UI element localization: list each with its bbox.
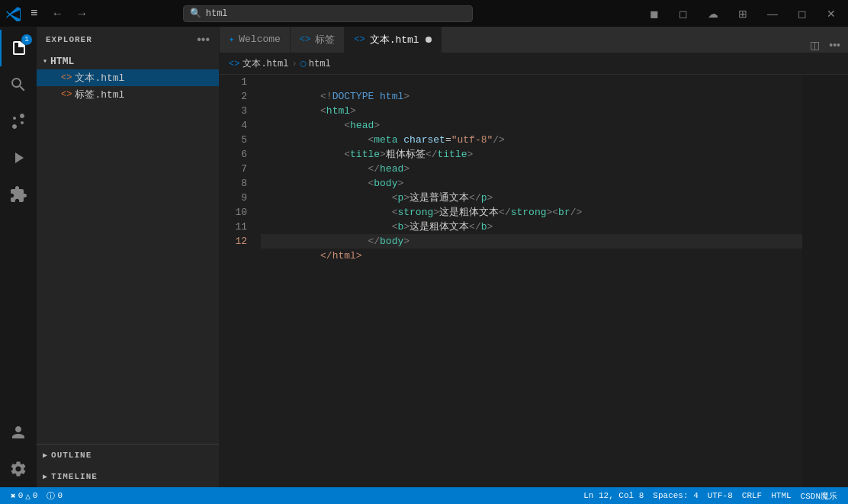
extra-text: CSDN魔乐	[801, 490, 837, 502]
activity-run[interactable]	[0, 140, 37, 176]
activity-extensions[interactable]	[0, 176, 37, 213]
timeline-arrow-icon: ▶	[43, 472, 48, 481]
main-layout: 1	[0, 27, 848, 487]
minimize-button[interactable]: —	[761, 6, 784, 21]
line-num-1: 1	[220, 75, 247, 89]
breadcrumb-file[interactable]: 文本.html	[243, 57, 288, 70]
layout1-button[interactable]: ◼	[644, 6, 665, 21]
timeline-panel-header[interactable]: ▶ TIMELINE	[37, 466, 219, 487]
status-extra[interactable]: CSDN魔乐	[796, 490, 842, 502]
tab-actions: ◫ •••	[802, 37, 848, 53]
info-icon: ⓘ	[47, 490, 55, 502]
line-num-12: 12	[220, 234, 247, 249]
breadcrumb-section[interactable]: html	[309, 59, 331, 69]
line-num-9: 9	[220, 191, 247, 205]
status-encoding[interactable]: UTF-8	[703, 491, 737, 500]
error-count: 0	[18, 491, 24, 500]
status-language[interactable]: HTML	[766, 491, 795, 500]
line-num-6: 6	[220, 147, 247, 162]
encoding-text: UTF-8	[708, 491, 733, 500]
status-info[interactable]: ⓘ 0	[42, 487, 67, 504]
maximize-button[interactable]: ◻	[792, 6, 813, 21]
breadcrumb: <> 文本.html › ◯ html	[220, 53, 848, 75]
code-content[interactable]: <!DOCTYPE html> <html> <head> <meta char…	[255, 75, 802, 487]
file-item-wenben[interactable]: <> 文本.html	[37, 69, 219, 86]
layout3-button[interactable]: ☁	[702, 6, 724, 21]
tab-bar: ✦ Welcome <> 标签 <> 文本.html ◫ •••	[220, 27, 848, 53]
breadcrumb-file-icon: <>	[229, 59, 239, 69]
line-ending-text: CRLF	[742, 491, 762, 500]
account-icon	[9, 423, 27, 441]
outline-arrow-icon: ▶	[43, 451, 48, 460]
close-button[interactable]: ✕	[821, 6, 842, 21]
split-editor-button[interactable]: ◫	[807, 37, 823, 53]
more-tabs-button[interactable]: •••	[826, 37, 843, 53]
explorer-badge: 1	[21, 34, 32, 45]
tab-wenben-label: 文本.html	[370, 33, 419, 47]
nav-back-button[interactable]: ←	[47, 5, 69, 22]
sidebar-bottom: ▶ OUTLINE ▶ TIMELINE	[37, 444, 219, 487]
sidebar-more-button[interactable]: •••	[197, 33, 210, 47]
code-editor[interactable]: 1 2 3 4 5 6 7 8 9 10 11 12 <!DOCTYPE htm…	[220, 75, 848, 487]
status-position[interactable]: Ln 12, Col 8	[579, 491, 648, 500]
run-debug-icon	[9, 149, 27, 167]
line-num-10: 10	[220, 205, 247, 220]
search-text: html	[206, 8, 228, 19]
title-bar-left: ≡ ← →	[6, 5, 93, 22]
file-item-biaojian[interactable]: <> 标签.html	[37, 86, 219, 103]
folder-section: ▾ HTML <> 文本.html <> 标签.html	[37, 53, 219, 444]
tab-biaojian-icon: <>	[300, 34, 310, 45]
line-num-8: 8	[220, 176, 247, 191]
breadcrumb-section-icon: ◯	[300, 58, 306, 69]
title-bar: ≡ ← → 🔍 html ◼ ◻ ☁ ⊞ — ◻ ✕	[0, 0, 848, 27]
file-icon-wenben: <>	[61, 72, 72, 83]
status-errors[interactable]: ✖ 0 △ 0	[6, 487, 42, 504]
file-name-wenben: 文本.html	[75, 71, 124, 85]
activity-source-control[interactable]	[0, 103, 37, 140]
tab-welcome[interactable]: ✦ Welcome	[220, 27, 291, 53]
file-name-biaojian: 标签.html	[75, 88, 124, 101]
tab-welcome-icon: ✦	[229, 34, 234, 45]
menu-icon[interactable]: ≡	[31, 7, 38, 21]
info-count: 0	[57, 491, 63, 500]
line-num-3: 3	[220, 104, 247, 118]
search-icon: 🔍	[190, 8, 201, 19]
status-line-ending[interactable]: CRLF	[737, 491, 766, 500]
tab-dirty-indicator	[426, 37, 432, 43]
language-text: HTML	[771, 491, 791, 500]
source-control-icon	[9, 112, 27, 130]
status-bar: ✖ 0 △ 0 ⓘ 0 Ln 12, Col 8 Spaces: 4 UTF-8…	[0, 487, 848, 504]
editor-area: ✦ Welcome <> 标签 <> 文本.html ◫ ••• <> 文本.h…	[220, 27, 848, 487]
position-text: Ln 12, Col 8	[583, 491, 644, 500]
status-spaces[interactable]: Spaces: 4	[648, 491, 702, 500]
code-line-1: <!DOCTYPE html>	[261, 75, 802, 89]
tab-biaojian[interactable]: <> 标签	[291, 27, 345, 53]
folder-arrow-icon: ▾	[43, 56, 47, 66]
activity-settings[interactable]	[0, 451, 37, 487]
activity-account[interactable]	[0, 414, 37, 451]
timeline-label: TIMELINE	[51, 472, 98, 481]
extensions-icon	[9, 185, 27, 204]
status-right: Ln 12, Col 8 Spaces: 4 UTF-8 CRLF HTML C…	[579, 490, 842, 502]
line-num-4: 4	[220, 118, 247, 133]
search-bar[interactable]: 🔍 html	[183, 5, 473, 22]
folder-name: HTML	[50, 56, 74, 67]
search-icon	[9, 75, 27, 94]
folder-html[interactable]: ▾ HTML	[37, 53, 219, 69]
activity-search[interactable]	[0, 66, 37, 103]
line-numbers: 1 2 3 4 5 6 7 8 9 10 11 12	[220, 75, 255, 487]
outline-label: OUTLINE	[51, 451, 92, 460]
nav-forward-button[interactable]: →	[72, 5, 93, 22]
activity-bar: 1	[0, 27, 37, 487]
tab-wenben[interactable]: <> 文本.html	[345, 27, 441, 53]
line-num-7: 7	[220, 162, 247, 176]
spaces-text: Spaces: 4	[653, 491, 698, 500]
layout2-button[interactable]: ◻	[673, 6, 694, 21]
minimap	[802, 75, 848, 487]
error-icon: ✖	[11, 491, 16, 501]
outline-panel-header[interactable]: ▶ OUTLINE	[37, 445, 219, 466]
grid-button[interactable]: ⊞	[732, 6, 753, 21]
warning-count: 0	[33, 491, 38, 500]
activity-explorer[interactable]: 1	[0, 30, 37, 66]
tab-wenben-icon: <>	[354, 34, 365, 45]
